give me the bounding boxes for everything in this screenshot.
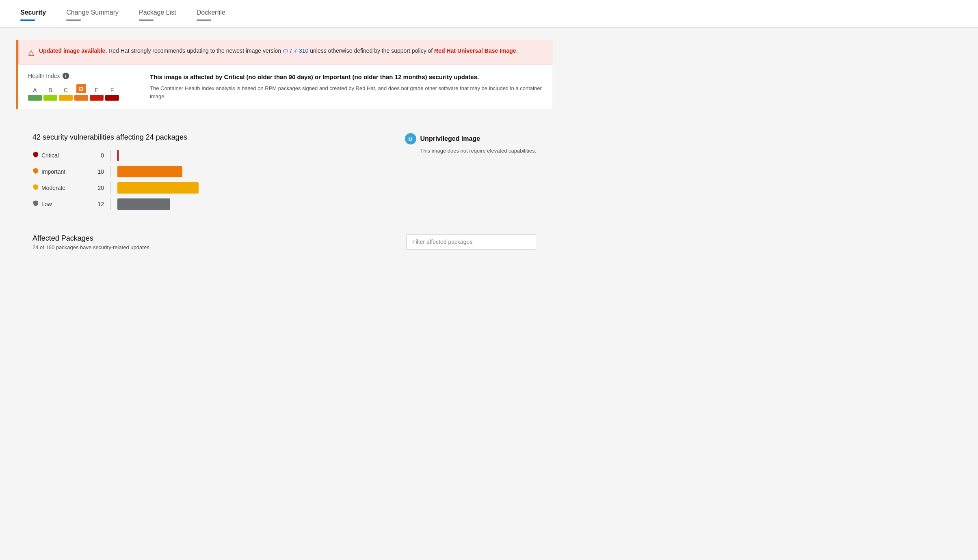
alert-body-before: Red Hat strongly recommends updating to … — [108, 47, 281, 54]
grade-letter-c: C — [64, 87, 68, 93]
affected-header: Affected Packages 24 of 160 packages hav… — [32, 234, 536, 250]
severity-label-low: Low — [41, 201, 52, 207]
vuln-bar-moderate — [117, 182, 199, 194]
grade-bar-c — [59, 95, 73, 101]
grade-c: C — [59, 87, 73, 101]
vuln-bar-container-moderate — [117, 182, 199, 194]
health-section: Health Index i A B C D E — [18, 65, 552, 109]
grade-bar-e — [90, 95, 104, 101]
health-description-body: The Container Health Index analysis is b… — [150, 84, 543, 100]
vuln-rows: Critical 0 Important 10 Moderate 20 — [32, 150, 372, 210]
vuln-count-low: 12 — [92, 201, 104, 207]
tag-icon: 🏷 — [283, 48, 288, 54]
grade-bar-f — [105, 95, 119, 101]
grade-e: E — [90, 87, 104, 101]
grade-letter-b: B — [48, 87, 52, 93]
tab-label: Change Summary — [66, 9, 119, 16]
shield-icon-moderate — [32, 184, 39, 192]
vuln-severity-critical: Critical — [32, 151, 85, 159]
severity-label-important: Important — [41, 168, 65, 175]
alert-section: △ Updated image available. Red Hat stron… — [16, 40, 552, 109]
severity-label-critical: Critical — [41, 152, 59, 159]
vuln-row-critical: Critical 0 — [32, 150, 372, 161]
tab-indicator — [197, 19, 211, 21]
tabs-bar: Security Change Summary Package List Doc… — [0, 0, 978, 28]
alert-title: Updated image available. — [39, 47, 107, 54]
alert-body-after: unless otherwise defined by the support … — [310, 47, 434, 54]
grade-letter-a: A — [33, 87, 37, 93]
main-content: △ Updated image available. Red Hat stron… — [0, 28, 569, 263]
vuln-section: 42 security vulnerabilities affecting 24… — [16, 121, 552, 222]
grade-bar-a — [28, 95, 42, 101]
unprivileged-badge: U — [405, 133, 416, 144]
tab-change-summary[interactable]: Change Summary — [62, 0, 131, 27]
tab-indicator — [66, 19, 81, 21]
tab-security[interactable]: Security — [16, 0, 58, 27]
version-tag-link[interactable]: 7.7-310 — [289, 47, 308, 54]
tab-indicator — [139, 19, 154, 21]
unprivileged-description: This image does not require elevated cap… — [420, 148, 536, 154]
unprivileged-title: U Unprivileged Image — [405, 133, 536, 144]
grade-letter-e: E — [95, 87, 98, 93]
shield-icon-important — [32, 168, 39, 176]
affected-packages-subtitle: 24 of 160 packages have security-related… — [32, 244, 149, 250]
alert-banner: △ Updated image available. Red Hat stron… — [18, 40, 552, 65]
grade-a: A — [28, 87, 42, 101]
alert-link-suffix: . — [516, 47, 518, 54]
grade-f: F — [105, 87, 119, 101]
grade-b: B — [43, 87, 57, 101]
health-grades: A B C D E F — [28, 84, 134, 101]
vuln-left: 42 security vulnerabilities affecting 24… — [32, 133, 372, 210]
vuln-count-important: 10 — [92, 168, 104, 175]
shield-icon-critical — [32, 151, 39, 159]
vuln-divider-moderate — [110, 182, 111, 194]
vuln-severity-moderate: Moderate — [32, 184, 85, 192]
shield-icon-low — [32, 200, 39, 208]
affected-left: Affected Packages 24 of 160 packages hav… — [32, 234, 149, 250]
vuln-bar-container-low — [117, 198, 170, 210]
vuln-divider-important — [110, 166, 111, 177]
tab-indicator — [20, 19, 35, 21]
health-left: Health Index i A B C D E — [28, 73, 134, 101]
severity-label-moderate: Moderate — [41, 185, 65, 191]
tab-label: Dockerfile — [197, 9, 225, 16]
vuln-divider-low — [110, 198, 111, 210]
filter-packages-input[interactable] — [406, 234, 536, 250]
tab-dockerfile[interactable]: Dockerfile — [193, 0, 238, 27]
vuln-severity-important: Important — [32, 168, 85, 176]
health-label: Health Index i — [28, 73, 134, 79]
alert-text: Updated image available. Red Hat strongl… — [39, 47, 518, 54]
health-right: This image is affected by Critical (no o… — [150, 73, 543, 100]
vuln-bar-important — [117, 166, 182, 177]
vuln-bar-container-critical — [117, 150, 119, 161]
vuln-row-important: Important 10 — [32, 166, 372, 177]
warning-icon: △ — [28, 48, 34, 57]
vuln-bar-container-important — [117, 166, 182, 177]
vuln-row-moderate: Moderate 20 — [32, 182, 372, 194]
vuln-row-low: Low 12 — [32, 198, 372, 210]
grade-letter-f: F — [110, 87, 114, 93]
grade-bar-d — [74, 95, 88, 101]
vuln-count-critical: 0 — [92, 152, 104, 159]
tab-label: Package List — [139, 9, 176, 16]
unprivileged-title-text: Unprivileged Image — [420, 135, 480, 142]
health-description-title: This image is affected by Critical (no o… — [150, 73, 543, 81]
affected-section: Affected Packages 24 of 160 packages hav… — [16, 222, 552, 250]
rhubi-link[interactable]: Red Hat Universal Base Image — [434, 47, 516, 54]
affected-packages-title: Affected Packages — [32, 234, 149, 243]
vuln-divider-critical — [110, 150, 111, 161]
vuln-summary-title: 42 security vulnerabilities affecting 24… — [32, 133, 372, 142]
vuln-count-moderate: 20 — [92, 185, 104, 191]
vuln-bar-low — [117, 198, 170, 210]
grade-d: D — [74, 84, 88, 101]
vuln-right: U Unprivileged Image This image does not… — [405, 133, 536, 210]
tab-package-list[interactable]: Package List — [135, 0, 188, 27]
vuln-bar-critical — [117, 150, 119, 161]
health-info-icon[interactable]: i — [63, 73, 69, 79]
tab-label: Security — [20, 9, 46, 16]
vuln-severity-low: Low — [32, 200, 85, 208]
health-index-label: Health Index — [28, 73, 60, 79]
grade-bar-b — [43, 95, 57, 101]
active-grade-letter: D — [76, 84, 87, 93]
